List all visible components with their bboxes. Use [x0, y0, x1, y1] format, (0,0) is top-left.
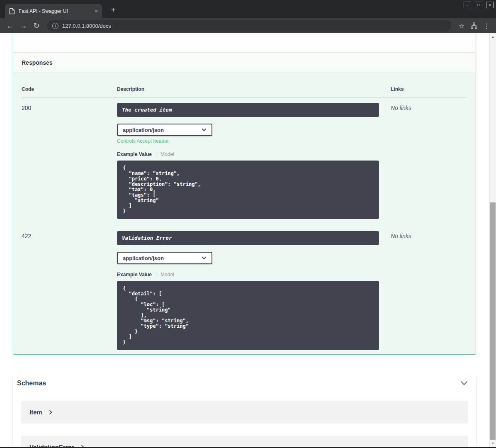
model-tab[interactable]: Model [160, 151, 174, 157]
schemas-body: Item ValidationError [13, 391, 476, 447]
model-validationerror[interactable]: ValidationError [21, 436, 468, 447]
swagger-page: Responses Code Description Links 200 The… [0, 33, 496, 447]
response-links: No links [391, 103, 467, 219]
media-type-value: application/json [123, 255, 164, 261]
response-code: 200 [22, 103, 117, 219]
page-favicon-icon [9, 8, 15, 15]
model-tab[interactable]: Model [160, 272, 174, 278]
response-description-cell: The created item application/json Contro… [117, 103, 391, 219]
response-description-cell: Validation Error application/json Exampl… [117, 231, 391, 350]
response-row-422: 422 Validation Error application/json Ex… [22, 226, 467, 355]
column-header-description: Description [117, 86, 391, 92]
controls-accept-note: Controls Accept header. [117, 138, 391, 144]
example-json-block: { "detail": [ { "loc": [ "string" ], "ms… [117, 281, 379, 350]
media-type-select[interactable]: application/json [117, 124, 212, 136]
window-controls: – □ × [464, 2, 494, 8]
schemas-section: Schemas Item ValidationError [13, 375, 476, 447]
menu-icon[interactable]: ⋮ [481, 20, 492, 31]
responses-table-header: Code Description Links [22, 81, 467, 97]
address-bar[interactable]: i 127.0.0.1:8000/docs [47, 20, 451, 32]
column-header-links: Links [391, 86, 467, 92]
chevron-down-icon [202, 128, 207, 131]
model-name: ValidationError [29, 443, 74, 447]
bookmark-star-icon[interactable]: ☆ [456, 20, 467, 31]
responses-title: Responses [22, 59, 53, 66]
tab-divider [156, 272, 156, 278]
tab-divider [156, 151, 156, 157]
column-header-code: Code [22, 86, 117, 92]
responses-opblock: Responses Code Description Links 200 The… [13, 33, 476, 355]
schemas-header[interactable]: Schemas [13, 375, 476, 391]
sitemap-icon[interactable] [469, 20, 479, 31]
url-text: 127.0.0.1:8000/docs [62, 23, 111, 29]
browser-titlebar: Fast API - Swagger UI × + – □ × [0, 0, 496, 18]
browser-tab[interactable]: Fast API - Swagger UI × [5, 4, 102, 18]
chevron-down-icon [202, 256, 207, 260]
forward-icon[interactable]: → [17, 20, 29, 32]
model-name: Item [29, 409, 42, 416]
browser-window: Fast API - Swagger UI × + – □ × ← → ↻ i … [0, 0, 496, 448]
maximize-button[interactable]: □ [475, 2, 482, 8]
tab-title: Fast API - Swagger UI [19, 8, 91, 14]
site-info-icon[interactable]: i [52, 23, 58, 29]
browser-toolbar: ← → ↻ i 127.0.0.1:8000/docs ☆ ⋮ [0, 18, 496, 33]
chevron-down-icon[interactable] [460, 381, 468, 385]
media-type-value: application/json [123, 127, 164, 133]
scroll-up-icon[interactable]: ▲ [490, 33, 496, 40]
responses-table: Code Description Links 200 The created i… [13, 73, 476, 355]
example-value-tab[interactable]: Example Value [117, 151, 156, 157]
media-type-select[interactable]: application/json [117, 252, 212, 264]
response-row-200: 200 The created item application/json Co… [22, 97, 467, 226]
opblock-section-spacer [13, 33, 476, 53]
reload-icon[interactable]: ↻ [31, 20, 42, 32]
example-model-tabs: Example Value Model [117, 272, 391, 278]
example-model-tabs: Example Value Model [117, 151, 391, 157]
response-code: 422 [22, 231, 117, 350]
response-description: The created item [117, 103, 379, 117]
close-button[interactable]: × [486, 2, 494, 8]
example-json-block: { "name": "string", "price": 0, "descrip… [117, 161, 379, 219]
scrollbar-thumb[interactable] [490, 202, 496, 440]
chevron-right-icon [49, 410, 52, 415]
new-tab-button[interactable]: + [108, 5, 118, 15]
back-icon[interactable]: ← [4, 20, 16, 32]
model-item[interactable]: Item [21, 401, 468, 424]
responses-section-header: Responses [13, 53, 476, 73]
schemas-title: Schemas [17, 380, 46, 387]
response-links: No links [391, 231, 467, 350]
page-scrollbar[interactable]: ▲ ▼ [489, 33, 496, 447]
minimize-button[interactable]: – [464, 2, 471, 8]
tab-close-icon[interactable]: × [95, 8, 98, 14]
scroll-down-icon[interactable]: ▼ [490, 440, 496, 447]
example-value-tab[interactable]: Example Value [117, 272, 156, 278]
response-description: Validation Error [117, 231, 379, 245]
